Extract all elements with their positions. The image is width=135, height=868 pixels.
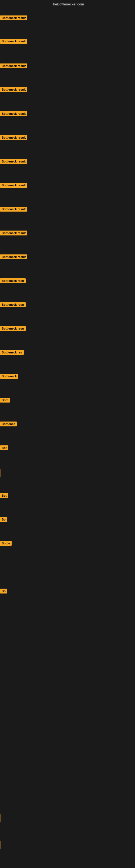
bottleneck-badge-18[interactable]: Bot [0, 445, 8, 450]
bottleneck-badge-container-1: Bottleneck result [0, 39, 27, 45]
bottleneck-badge-container-0: Bottleneck result [0, 16, 27, 22]
bottleneck-badge-container-17: Bottlenec [0, 422, 17, 428]
bottleneck-badge-container-20: Bot [0, 493, 8, 499]
bottleneck-badge-9[interactable]: Bottleneck result [0, 230, 27, 236]
bottleneck-badge-container-9: Bottleneck result [0, 230, 27, 237]
bottleneck-badge-10[interactable]: Bottleneck result [0, 254, 27, 259]
bottleneck-badge-container-24: Bo [0, 589, 7, 595]
bottleneck-badge-container-13: Bottleneck resu [0, 326, 26, 332]
vertical-bar-28 [1, 814, 1, 822]
bottleneck-badge-container-18: Bot [0, 445, 8, 452]
bottleneck-badge-container-12: Bottleneck resu [0, 302, 26, 308]
bottleneck-badge-container-14: Bottleneck res [0, 350, 24, 356]
bottleneck-badge-22[interactable]: Bottle [0, 541, 12, 546]
bottleneck-badge-16[interactable]: Bottl [0, 398, 10, 403]
bottleneck-badge-container-5: Bottleneck result [0, 135, 27, 141]
bottleneck-badge-17[interactable]: Bottlenec [0, 422, 17, 426]
bottleneck-badge-24[interactable]: Bo [0, 589, 7, 593]
bottleneck-badge-15[interactable]: Bottleneck [0, 374, 18, 379]
bottleneck-badge-container-3: Bottleneck result [0, 87, 27, 93]
bottleneck-badge-1[interactable]: Bottleneck result [0, 39, 27, 44]
bottleneck-badge-container-11: Bottleneck resu [0, 278, 26, 284]
bottleneck-badge-container-2: Bottleneck result [0, 63, 27, 69]
bottleneck-badge-2[interactable]: Bottleneck result [0, 63, 27, 68]
bottleneck-badge-5[interactable]: Bottleneck result [0, 135, 27, 140]
bottleneck-badge-12[interactable]: Bottleneck resu [0, 302, 26, 307]
bottleneck-badge-container-7: Bottleneck result [0, 183, 27, 189]
bottleneck-badge-21[interactable]: Bo [0, 517, 7, 522]
bottleneck-badge-14[interactable]: Bottleneck res [0, 350, 24, 355]
bottleneck-badge-4[interactable]: Bottleneck result [0, 111, 27, 116]
bottleneck-badge-container-15: Bottleneck [0, 374, 18, 380]
bottleneck-badge-11[interactable]: Bottleneck resu [0, 278, 26, 283]
bottleneck-badge-container-4: Bottleneck result [0, 111, 27, 117]
bottleneck-badge-container-10: Bottleneck result [0, 254, 27, 260]
site-title: TheBottlenecker.com [51, 2, 84, 6]
bottleneck-badge-container-22: Bottle [0, 541, 12, 547]
bottleneck-badge-7[interactable]: Bottleneck result [0, 183, 27, 188]
bottleneck-badge-8[interactable]: Bottleneck result [0, 207, 27, 212]
vertical-bar-19 [1, 469, 1, 477]
bottleneck-badge-container-16: Bottl [0, 398, 10, 404]
bottleneck-badge-container-21: Bo [0, 517, 7, 523]
bottleneck-badge-container-8: Bottleneck result [0, 207, 27, 213]
vertical-bar-29 [1, 841, 1, 849]
bottleneck-badge-3[interactable]: Bottleneck result [0, 87, 27, 92]
bottleneck-badge-container-6: Bottleneck result [0, 159, 27, 165]
bottleneck-badge-13[interactable]: Bottleneck resu [0, 326, 26, 331]
bottleneck-badge-20[interactable]: Bot [0, 493, 8, 498]
bottleneck-badge-6[interactable]: Bottleneck result [0, 159, 27, 164]
bottleneck-badge-0[interactable]: Bottleneck result [0, 16, 27, 20]
